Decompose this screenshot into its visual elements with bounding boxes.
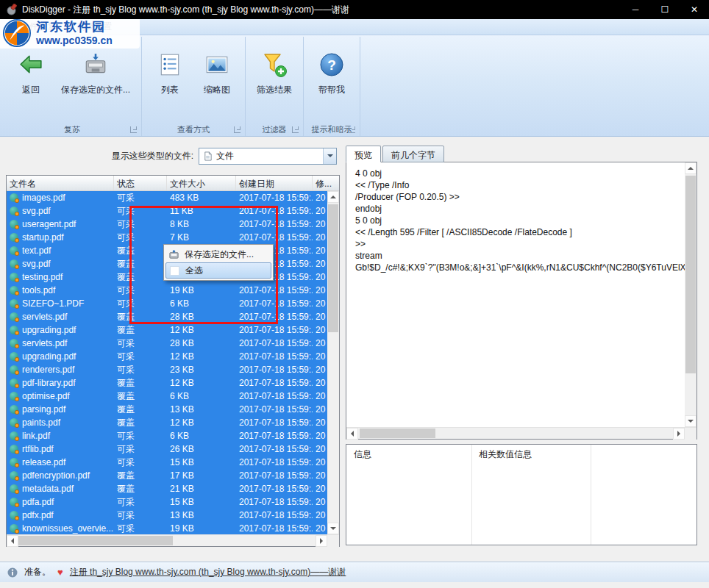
filter-results-button[interactable]: 筛选结果: [251, 47, 298, 101]
size-cell: 12 KB: [167, 325, 236, 335]
table-row[interactable]: pdfa.pdf可采15 KB2017-07-18 15:59:...20: [7, 495, 327, 509]
table-row[interactable]: pdfx.pdf可采13 KB2017-07-18 15:59:...20: [7, 509, 327, 522]
scroll-down-button[interactable]: [327, 523, 339, 534]
file-type-icon: [10, 259, 18, 268]
modified-cell: 20: [313, 497, 327, 507]
thumbnail-view-button[interactable]: 缩略图: [194, 47, 240, 101]
file-type-icon: [10, 207, 18, 215]
file-page-icon: [203, 151, 213, 161]
scroll-track[interactable]: [358, 428, 673, 439]
scroll-thumb[interactable]: [328, 204, 338, 332]
scroll-track[interactable]: [685, 174, 696, 415]
scroll-thumb[interactable]: [360, 429, 435, 438]
save-selected-button[interactable]: 保存选定的文件...: [55, 47, 136, 101]
preview-horizontal-scrollbar[interactable]: [346, 427, 696, 439]
status-cell: 可采: [114, 232, 167, 244]
file-type-icon: [10, 405, 18, 414]
modified-cell: 20: [313, 259, 327, 269]
column-header-status[interactable]: 状态: [114, 176, 167, 190]
menu-item-select-all[interactable]: 全选: [165, 262, 271, 279]
scroll-track[interactable]: [18, 535, 316, 546]
preview-line: << /Type /Info: [355, 180, 676, 192]
created-cell: 2017-07-18 15:59:...: [236, 365, 313, 375]
save-icon: [168, 248, 180, 261]
table-row[interactable]: parsing.pdf覆盖13 KB2017-07-18 15:59:...20: [7, 403, 327, 416]
scroll-right-button[interactable]: [673, 428, 685, 440]
table-row[interactable]: images.pdf可采483 KB2017-07-18 15:59:...20: [7, 191, 327, 204]
scroll-left-button[interactable]: [7, 535, 18, 547]
save-selected-label: 保存选定的文件...: [61, 84, 130, 96]
table-row[interactable]: metadata.pdf覆盖21 KB2017-07-18 15:59:...2…: [7, 482, 327, 495]
file-list-vertical-scrollbar[interactable]: [327, 191, 339, 534]
modified-cell: 20: [313, 523, 327, 534]
column-header-size[interactable]: 文件大小: [167, 176, 236, 190]
column-header-created[interactable]: 创建日期: [236, 176, 313, 190]
maximize-button[interactable]: ☐: [650, 0, 680, 19]
help-button[interactable]: ? 帮帮我: [309, 47, 354, 101]
table-row[interactable]: servlets.pdf可采28 KB2017-07-18 15:59:...2…: [7, 337, 327, 350]
minimize-button[interactable]: ─: [621, 0, 650, 19]
back-button[interactable]: 返回: [8, 47, 54, 101]
table-row[interactable]: optimise.pdf覆盖6 KB2017-07-18 15:59:...20: [7, 390, 327, 403]
tab-first-bytes[interactable]: 前几个字节: [382, 146, 444, 162]
table-row[interactable]: pdf-library.pdf覆盖12 KB2017-07-18 15:59:.…: [7, 376, 327, 390]
dialog-launcher-icon[interactable]: [130, 126, 137, 133]
arrow-left-icon: [351, 431, 354, 437]
table-row[interactable]: startup.pdf可采7 KB2017-07-18 15:59:...20: [7, 231, 327, 244]
table-row[interactable]: upgrading.pdf覆盖12 KB2017-07-18 15:59:...…: [7, 323, 327, 337]
dialog-launcher-icon[interactable]: [234, 126, 241, 133]
status-cell: 可采: [114, 337, 167, 350]
size-cell: 19 KB: [167, 523, 236, 534]
table-row[interactable]: upgrading.pdf可采12 KB2017-07-18 15:59:...…: [7, 350, 327, 363]
preview-vertical-scrollbar[interactable]: [685, 162, 696, 427]
file-list-horizontal-scrollbar[interactable]: [7, 534, 339, 546]
dialog-launcher-icon[interactable]: [349, 126, 355, 133]
preview-line: 4 0 obj: [355, 168, 676, 180]
ribbon-group-view-mode-label: 查看方式: [177, 124, 210, 135]
status-cell: 可采: [114, 364, 167, 376]
close-button[interactable]: ✕: [680, 0, 709, 19]
table-row[interactable]: tools.pdf可采19 KB2017-07-18 15:59:...20: [7, 284, 327, 297]
dropdown-arrow-button[interactable]: [323, 148, 336, 164]
scroll-right-button[interactable]: [316, 535, 327, 547]
table-row[interactable]: paints.pdf覆盖12 KB2017-07-18 15:59:...20: [7, 416, 327, 429]
registration-link[interactable]: 注册 th_sjy Blog www.th-sjy.com (th_sjy Bl…: [70, 566, 346, 578]
tab-preview[interactable]: 预览: [346, 146, 381, 162]
table-row[interactable]: useragent.pdf可采8 KB2017-07-18 15:59:...2…: [7, 218, 327, 231]
preview-line: Gb!$D_/c#!&;KX9`?"(B3M!o&;&]+31`\pF^&I(k…: [355, 262, 676, 274]
table-row[interactable]: SIZEFO~1.PDF可采6 KB2017-07-18 15:59:...20: [7, 297, 327, 310]
scroll-down-button[interactable]: [685, 415, 696, 427]
table-row[interactable]: link.pdf可采6 KB2017-07-18 15:59:...20: [7, 429, 327, 442]
file-name-cell: rtflib.pdf: [7, 444, 114, 454]
created-cell: 2017-07-18 15:59:...: [236, 457, 313, 467]
column-header-filename[interactable]: 文件名: [7, 176, 114, 190]
file-name-cell: link.pdf: [7, 431, 114, 441]
dialog-launcher-icon[interactable]: [292, 126, 299, 133]
menu-item-save-selected[interactable]: 保存选定的文件...: [165, 246, 271, 262]
table-row[interactable]: release.pdf可采15 KB2017-07-18 15:59:...20: [7, 456, 327, 469]
filter-results-label: 筛选结果: [257, 84, 292, 96]
column-header-modified[interactable]: 修...: [313, 176, 339, 190]
status-cell: 可采: [114, 496, 167, 509]
table-row[interactable]: renderers.pdf可采23 KB2017-07-18 15:59:...…: [7, 363, 327, 376]
file-type-icon: [10, 220, 18, 229]
scroll-track[interactable]: [327, 203, 339, 523]
table-row[interactable]: svg.pdf可采11 KB2017-07-18 15:59:...20: [7, 204, 327, 218]
scroll-thumb[interactable]: [685, 176, 696, 373]
scroll-thumb[interactable]: [18, 536, 173, 545]
table-row[interactable]: knownissues_overvie...可采19 KB2017-07-18 …: [7, 522, 327, 534]
scroll-up-button[interactable]: [685, 162, 696, 174]
list-view-button[interactable]: 列表: [147, 47, 193, 101]
table-row[interactable]: servlets.pdf覆盖28 KB2017-07-18 15:59:...2…: [7, 310, 327, 323]
scroll-up-button[interactable]: [327, 191, 339, 203]
status-cell: 可采: [114, 430, 167, 442]
table-row[interactable]: pdfencryption.pdf覆盖17 KB2017-07-18 15:59…: [7, 469, 327, 482]
status-cell: 覆盖: [114, 483, 167, 495]
file-type-dropdown[interactable]: 文件: [199, 148, 337, 165]
status-cell: 覆盖: [114, 404, 167, 416]
scroll-left-button[interactable]: [346, 428, 358, 440]
table-row[interactable]: rtflib.pdf可采26 KB2017-07-18 15:59:...20: [7, 442, 327, 456]
status-cell: 覆盖: [114, 377, 167, 390]
titlebar: DiskDigger - 注册 th_sjy Blog www.th-sjy.c…: [0, 0, 709, 19]
ribbon: 返回 保存选定的文件... 复苏 列表: [0, 35, 709, 137]
